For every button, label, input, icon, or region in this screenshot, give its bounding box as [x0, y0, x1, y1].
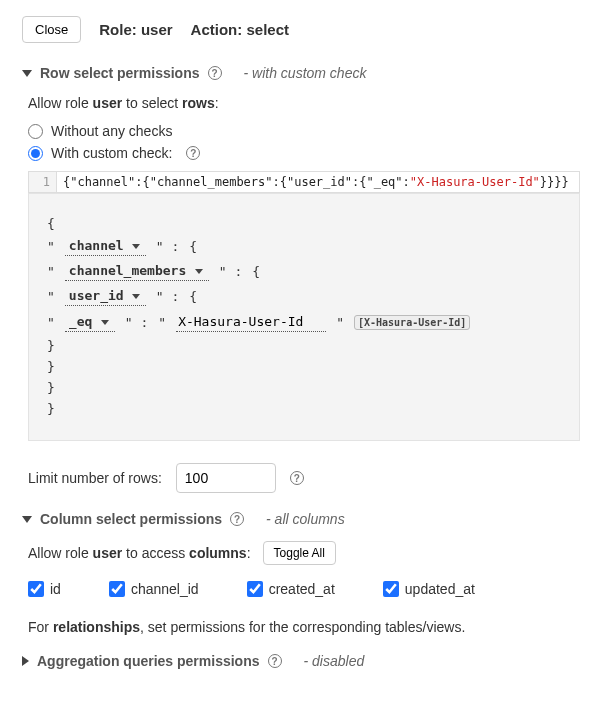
action-label: Action: select [191, 21, 289, 38]
chevron-down-icon [22, 516, 32, 523]
role-label: Role: user [99, 21, 172, 38]
row-section-status: - with custom check [244, 65, 367, 81]
help-icon[interactable]: ? [186, 146, 200, 160]
line-number: 1 [29, 172, 57, 192]
chevron-down-icon [22, 70, 32, 77]
relationships-note: For relationships, set permissions for t… [28, 619, 580, 635]
help-icon[interactable]: ? [268, 654, 282, 668]
json-text: {"channel":{"channel_members":{"user_id"… [57, 172, 575, 192]
column-permissions-header[interactable]: Column select permissions ? - all column… [22, 511, 580, 527]
field-select-channel[interactable]: channel [65, 237, 146, 256]
row-allow-text: Allow role user to select rows: [28, 95, 580, 111]
row-permissions-header[interactable]: Row select permissions ? - with custom c… [22, 65, 580, 81]
help-icon[interactable]: ? [230, 512, 244, 526]
radio-custom-input[interactable] [28, 146, 43, 161]
toggle-all-button[interactable]: Toggle All [263, 541, 336, 565]
columns-list: id channel_id created_at updated_at [28, 581, 580, 597]
chevron-right-icon [22, 656, 29, 666]
radio-no-checks-input[interactable] [28, 124, 43, 139]
value-input[interactable] [176, 312, 326, 332]
limit-label: Limit number of rows: [28, 470, 162, 486]
field-select-user-id[interactable]: user_id [65, 287, 146, 306]
help-icon[interactable]: ? [208, 66, 222, 80]
operator-select[interactable]: _eq [65, 313, 115, 332]
row-section-title: Row select permissions [40, 65, 200, 81]
help-icon[interactable]: ? [290, 471, 304, 485]
json-preview: 1 {"channel":{"channel_members":{"user_i… [28, 171, 580, 193]
field-select-channel-members[interactable]: channel_members [65, 262, 209, 281]
column-checkbox-channel-id[interactable]: channel_id [109, 581, 199, 597]
col-section-status: - all columns [266, 511, 345, 527]
column-checkbox-id[interactable]: id [28, 581, 61, 597]
col-allow-text: Allow role user to access columns: [28, 545, 251, 561]
close-button[interactable]: Close [22, 16, 81, 43]
aggregation-permissions-header[interactable]: Aggregation queries permissions ? - disa… [22, 653, 580, 669]
radio-no-checks[interactable]: Without any checks [28, 123, 580, 139]
agg-section-title: Aggregation queries permissions [37, 653, 260, 669]
radio-custom-check[interactable]: With custom check: ? [28, 145, 580, 161]
filter-builder: { " channel " :{ " channel_members " :{ … [28, 193, 580, 441]
limit-input[interactable] [176, 463, 276, 493]
column-checkbox-created-at[interactable]: created_at [247, 581, 335, 597]
session-var-chip[interactable]: [X-Hasura-User-Id] [354, 315, 470, 330]
col-section-title: Column select permissions [40, 511, 222, 527]
column-checkbox-updated-at[interactable]: updated_at [383, 581, 475, 597]
agg-section-status: - disabled [304, 653, 365, 669]
